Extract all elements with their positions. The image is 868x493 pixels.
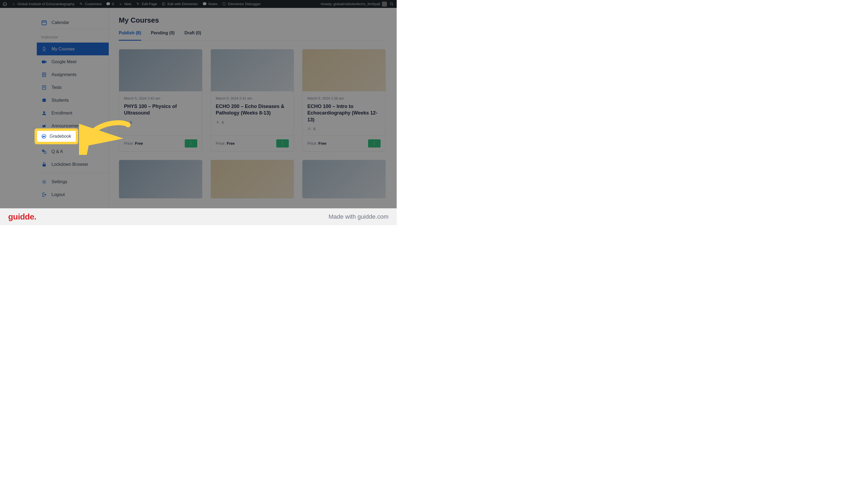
sidebar-item-settings[interactable]: Settings: [37, 175, 109, 188]
comment-icon: 💬: [106, 2, 110, 6]
course-students: 6: [124, 120, 197, 125]
home-icon: ⌂: [12, 2, 16, 6]
avatar: [382, 2, 387, 6]
wp-logo[interactable]: [3, 2, 7, 6]
sidebar-item-lockdown[interactable]: Lockdown Browser: [37, 158, 109, 171]
guidde-logo: guidde.: [8, 212, 36, 221]
sidebar-item-label: Settings: [51, 179, 67, 184]
sidebar-item-enrollment[interactable]: Enrollment: [37, 107, 109, 120]
video-icon: [41, 59, 47, 65]
svg-rect-7: [42, 61, 45, 63]
sidebar: Calendar Instructor My Courses Google Me…: [0, 8, 109, 208]
notes-icon: 💬: [202, 2, 207, 6]
rocket-icon: [41, 46, 47, 52]
course-date: March 5, 2024 2:41 am: [216, 96, 289, 100]
main-content: My Courses Publish (8) Pending (0) Draft…: [109, 8, 397, 208]
search-toggle[interactable]: [390, 2, 394, 6]
sidebar-item-calendar[interactable]: Calendar: [37, 16, 109, 29]
gear-icon: [41, 179, 47, 185]
price-label: Price:: [216, 141, 226, 146]
course-thumbnail: [119, 160, 202, 198]
course-thumbnail: [302, 160, 386, 198]
course-card[interactable]: [211, 160, 294, 198]
site-name-link[interactable]: ⌂Global Institute of Echocardiography: [12, 2, 75, 6]
price-label: Price:: [124, 141, 134, 146]
course-card[interactable]: [119, 160, 202, 198]
course-card[interactable]: March 5, 2024 2:42 am PHYS 100 – Physics…: [119, 49, 202, 152]
comments-link[interactable]: 💬0: [106, 2, 114, 6]
edit-elementor-link[interactable]: ⒺEdit with Elementor: [162, 2, 198, 6]
lock-icon: [41, 162, 47, 167]
sidebar-item-label: My Courses: [51, 47, 75, 51]
course-card[interactable]: March 5, 2024 2:41 am ECHO 200 – Echo Di…: [211, 49, 294, 152]
svg-point-24: [217, 121, 218, 122]
course-card[interactable]: [302, 160, 386, 198]
course-thumbnail: [211, 49, 294, 91]
sidebar-item-label: Assignments: [51, 72, 76, 77]
course-more-button[interactable]: ⋮: [276, 140, 289, 148]
sidebar-item-label: Calendar: [51, 20, 69, 25]
svg-point-25: [309, 128, 310, 129]
site-name: Global Institute of Echocardiography: [18, 2, 75, 6]
course-date: March 5, 2024 2:38 am: [307, 96, 381, 100]
customize-link[interactable]: ✎Customize: [79, 2, 101, 6]
calendar-icon: [41, 20, 47, 26]
sidebar-item-my-courses[interactable]: My Courses: [37, 43, 109, 55]
pencil-icon: ✎: [136, 2, 140, 6]
guidde-credit: Made with guidde.com: [328, 213, 388, 220]
sidebar-item-label: Announcements: [51, 124, 83, 128]
tab-pending[interactable]: Pending (0): [151, 30, 175, 41]
sidebar-heading-instructor: Instructor: [37, 30, 109, 43]
course-title: ECHO 200 – Echo Diseases & Pathology (We…: [216, 103, 289, 116]
price-value: Free: [319, 141, 327, 146]
price-label: Price:: [307, 141, 317, 146]
user-icon: [216, 120, 220, 125]
notes-link[interactable]: 💬Notes: [202, 2, 218, 6]
course-card[interactable]: March 5, 2024 2:38 am ECHO 100 – Intro t…: [302, 49, 386, 152]
course-more-button[interactable]: ⋮: [185, 140, 197, 148]
sidebar-item-label: Tests: [51, 85, 62, 90]
svg-point-15: [43, 111, 45, 113]
plus-icon: ＋: [118, 2, 122, 6]
course-thumbnail: [211, 160, 294, 198]
edit-page-link[interactable]: ✎Edit Page: [136, 2, 157, 6]
svg-point-19: [44, 151, 46, 153]
course-thumbnail: [119, 49, 202, 91]
course-title: PHYS 100 – Physics of Ultrasound: [124, 103, 197, 116]
elementor-icon: Ⓔ: [162, 2, 166, 6]
sidebar-item-label: Logout: [51, 192, 65, 197]
question-icon: ?: [41, 149, 47, 155]
megaphone-icon: [41, 123, 47, 129]
search-icon: [390, 2, 394, 6]
svg-rect-21: [43, 164, 46, 166]
info-icon: ⓘ: [222, 2, 226, 6]
course-thumbnail: [302, 49, 386, 91]
grade-icon: A+: [41, 133, 47, 140]
sidebar-item-google-meet[interactable]: Google Meet: [37, 55, 109, 68]
user-icon: [307, 127, 311, 131]
course-students: 6: [307, 127, 381, 131]
sidebar-item-qa[interactable]: ? Q & A: [37, 145, 109, 158]
sidebar-item-assignments[interactable]: Assignments: [37, 68, 109, 81]
sidebar-item-logout[interactable]: Logout: [37, 188, 109, 201]
svg-point-22: [44, 181, 45, 183]
course-title: ECHO 100 – Intro to Echocardiography (We…: [307, 103, 381, 123]
tab-publish[interactable]: Publish (8): [119, 30, 141, 41]
tab-draft[interactable]: Draft (0): [184, 30, 201, 41]
course-more-button[interactable]: ⋮: [368, 140, 381, 148]
guidde-bar: guidde. Made with guidde.com: [0, 208, 397, 225]
sidebar-item-students[interactable]: Students: [37, 94, 109, 107]
document-icon: [41, 85, 47, 90]
howdy-user[interactable]: Howdy, globalinstituteofecho_8m6pq6: [321, 2, 387, 6]
sidebar-item-label: Google Meet: [51, 60, 76, 64]
brush-icon: ✎: [79, 2, 83, 6]
logout-icon: [41, 192, 47, 198]
elementor-debugger-link[interactable]: ⓘElementor Debugger: [222, 2, 261, 6]
page-title: My Courses: [119, 16, 386, 24]
user-icon: [41, 110, 47, 116]
sidebar-item-label: Enrollment: [51, 111, 72, 115]
sidebar-item-tests[interactable]: Tests: [37, 81, 109, 94]
course-tabs: Publish (8) Pending (0) Draft (0): [119, 30, 386, 41]
new-link[interactable]: ＋New: [118, 2, 131, 6]
price-value: Free: [227, 141, 235, 146]
